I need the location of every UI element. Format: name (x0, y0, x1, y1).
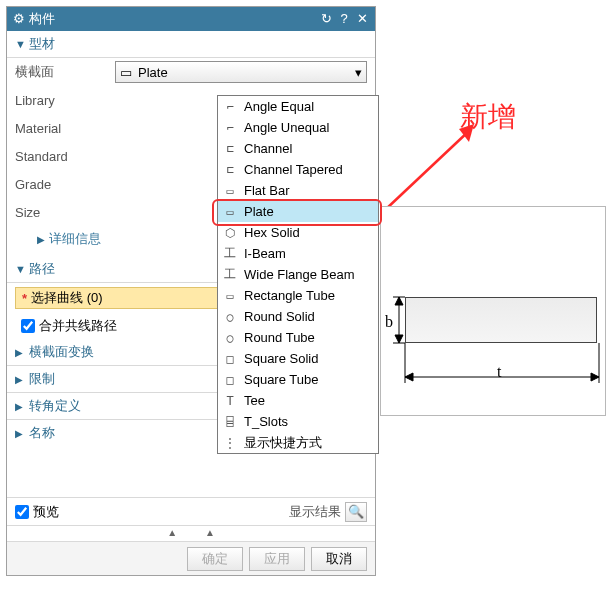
cross-section-dropdown[interactable]: ▭ Plate ▾ (115, 61, 367, 83)
dropdown-item-label: Flat Bar (244, 183, 290, 198)
cross-section-dropdown-list: ⌐Angle Equal⌐Angle Unequal⊏Channel⊏Chann… (217, 95, 379, 454)
dropdown-item[interactable]: ▭Flat Bar (218, 180, 378, 201)
section-name-label: 名称 (29, 424, 55, 442)
dim-b-label: b (385, 313, 393, 331)
dropdown-item[interactable]: □Square Tube (218, 369, 378, 390)
preview-checkbox[interactable] (15, 505, 29, 519)
dropdown-item[interactable]: ○Round Tube (218, 327, 378, 348)
gear-icon[interactable]: ⚙ (13, 7, 25, 31)
dropdown-item[interactable]: ▭Rectangle Tube (218, 285, 378, 306)
label-library: Library (15, 93, 115, 108)
dropdown-item[interactable]: ⋮显示快捷方式 (218, 432, 378, 453)
dropdown-item[interactable]: 工I-Beam (218, 243, 378, 264)
section-profile-header[interactable]: 型材 (7, 31, 375, 58)
section-corner-def-label: 转角定义 (29, 397, 81, 415)
section-limit-label: 限制 (29, 370, 55, 388)
label-size: Size (15, 205, 115, 220)
svg-marker-5 (395, 297, 403, 305)
chevron-right-icon (37, 234, 45, 245)
dropdown-item[interactable]: ⌸T_Slots (218, 411, 378, 432)
dropdown-item-label: Hex Solid (244, 225, 300, 240)
preview-label: 预览 (33, 503, 59, 521)
plate-icon: ▭ (120, 65, 134, 80)
svg-marker-11 (591, 373, 599, 381)
option-icon: ⊏ (222, 142, 238, 156)
dropdown-item[interactable]: ▭Plate (218, 201, 378, 222)
refresh-icon[interactable]: ↻ (317, 7, 335, 31)
dropdown-item-label: Tee (244, 393, 265, 408)
dropdown-item-label: Wide Flange Beam (244, 267, 355, 282)
chevron-right-icon (15, 347, 29, 358)
svg-marker-6 (395, 335, 403, 343)
option-icon: ▭ (222, 184, 238, 198)
option-icon: ⊏ (222, 163, 238, 177)
preview-box: b t (380, 206, 606, 416)
dropdown-item[interactable]: ⬡Hex Solid (218, 222, 378, 243)
option-icon: ⋮ (222, 436, 238, 450)
required-asterisk-icon: * (22, 291, 27, 306)
merge-colinear-label: 合并共线路径 (39, 317, 117, 335)
dropdown-item-label: Plate (244, 204, 274, 219)
option-icon: □ (222, 373, 238, 387)
cross-section-value: Plate (138, 65, 168, 80)
row-cross-section: 横截面 ▭ Plate ▾ (15, 58, 367, 86)
dropdown-item[interactable]: ⌐Angle Equal (218, 96, 378, 117)
help-icon[interactable]: ? (335, 7, 353, 31)
dropdown-item-label: Square Tube (244, 372, 318, 387)
chevron-right-icon (15, 374, 29, 385)
footer-row-2: 确定 应用 取消 (7, 541, 375, 575)
option-icon: ⌸ (222, 415, 238, 429)
cancel-button[interactable]: 取消 (311, 547, 367, 571)
ok-button: 确定 (187, 547, 243, 571)
titlebar: ⚙ 构件 ↻ ? ✕ (7, 7, 375, 31)
option-icon: ⬡ (222, 226, 238, 240)
section-xsect-transform-label: 横截面变换 (29, 343, 94, 361)
option-icon: ▭ (222, 289, 238, 303)
dropdown-item-label: Channel (244, 141, 292, 156)
dropdown-item-label: Rectangle Tube (244, 288, 335, 303)
dropdown-item[interactable]: TTee (218, 390, 378, 411)
dropdown-item[interactable]: ⊏Channel (218, 138, 378, 159)
dropdown-item[interactable]: 工Wide Flange Beam (218, 264, 378, 285)
svg-line-1 (385, 130, 470, 210)
chevron-down-icon: ▾ (355, 65, 362, 80)
dropdown-item-label: Square Solid (244, 351, 318, 366)
search-icon: 🔍 (348, 504, 364, 519)
option-icon: T (222, 394, 238, 408)
dropdown-item-label: Channel Tapered (244, 162, 343, 177)
show-result-label: 显示结果 (289, 503, 341, 521)
footer-row-1: 预览 显示结果 🔍 (7, 497, 375, 525)
svg-marker-10 (405, 373, 413, 381)
chevron-right-icon (15, 428, 29, 439)
dropdown-item[interactable]: ⊏Channel Tapered (218, 159, 378, 180)
collapse-handle[interactable]: ▲ ▲ (7, 525, 375, 541)
merge-colinear-checkbox[interactable] (21, 319, 35, 333)
show-result-button[interactable]: 🔍 (345, 502, 367, 522)
label-cross-section: 横截面 (15, 63, 115, 81)
apply-button: 应用 (249, 547, 305, 571)
dropdown-item-label: Angle Unequal (244, 120, 329, 135)
dropdown-item[interactable]: ⌐Angle Unequal (218, 117, 378, 138)
dropdown-item-label: Round Tube (244, 330, 315, 345)
dropdown-item-label: T_Slots (244, 414, 288, 429)
close-icon[interactable]: ✕ (353, 7, 371, 31)
dropdown-item-label: Round Solid (244, 309, 315, 324)
chevron-right-icon (15, 401, 29, 412)
details-label: 详细信息 (49, 230, 101, 248)
label-standard: Standard (15, 149, 115, 164)
option-icon: ▭ (222, 205, 238, 219)
select-curve-label: 选择曲线 (0) (31, 289, 103, 307)
dropdown-item[interactable]: □Square Solid (218, 348, 378, 369)
dim-t-label: t (497, 363, 501, 381)
dropdown-item[interactable]: ○Round Solid (218, 306, 378, 327)
option-icon: ○ (222, 331, 238, 345)
chevron-down-icon (15, 38, 29, 50)
section-profile-label: 型材 (29, 35, 55, 53)
option-icon: ⌐ (222, 100, 238, 114)
section-path-label: 路径 (29, 260, 55, 278)
dropdown-item-label: Angle Equal (244, 99, 314, 114)
option-icon: □ (222, 352, 238, 366)
option-icon: ○ (222, 310, 238, 324)
dimension-lines (381, 207, 605, 415)
option-icon: 工 (222, 266, 238, 283)
